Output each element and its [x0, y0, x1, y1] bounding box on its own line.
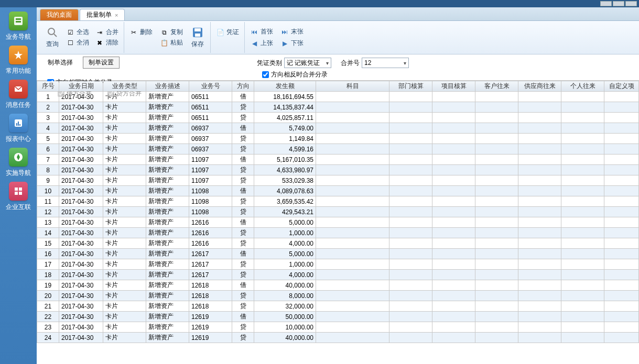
cell-amt[interactable]: 4,000.00	[254, 238, 316, 249]
cell-amt[interactable]: 5,749.00	[254, 123, 316, 134]
cell-seq[interactable]: 3	[37, 113, 59, 123]
col-header-custom[interactable]: 自定义项	[604, 81, 639, 92]
cell-seq[interactable]: 22	[37, 312, 59, 322]
table-row[interactable]: 62017-04-30卡片新增资产06937贷4,599.16	[37, 144, 639, 155]
cell-proj[interactable]	[432, 165, 475, 175]
cell-seq[interactable]: 10	[37, 186, 59, 196]
cell-date[interactable]: 2017-04-30	[59, 280, 103, 291]
clear-button[interactable]: ✖ 清除	[93, 38, 121, 48]
cell-date[interactable]: 2017-04-30	[59, 217, 103, 228]
cell-date[interactable]: 2017-04-30	[59, 249, 103, 259]
cell-supp[interactable]	[518, 259, 561, 270]
cell-proj[interactable]	[432, 186, 475, 196]
cell-type[interactable]: 卡片	[103, 301, 146, 312]
cell-desc[interactable]: 新增资产	[146, 155, 189, 165]
col-header-desc[interactable]: 业务描述	[146, 81, 189, 92]
cell-dept[interactable]	[389, 165, 432, 175]
cell-person[interactable]	[561, 144, 604, 155]
cell-proj[interactable]	[432, 312, 475, 322]
cell-dept[interactable]	[389, 291, 432, 301]
cell-person[interactable]	[561, 280, 604, 291]
merge-no-combo[interactable]: 12	[362, 58, 409, 68]
cell-amt[interactable]: 10,000.00	[254, 322, 316, 333]
cell-proj[interactable]	[432, 249, 475, 259]
cell-desc[interactable]: 新增资产	[146, 270, 189, 280]
voucher-type-combo[interactable]: 记 记账凭证	[284, 58, 331, 68]
window-close-button[interactable]	[625, 1, 637, 6]
col-header-proj[interactable]: 项目核算	[432, 81, 475, 92]
cell-dept[interactable]	[389, 312, 432, 322]
cell-amt[interactable]: 40,000.00	[254, 333, 316, 343]
cell-person[interactable]	[561, 102, 604, 113]
cell-custom[interactable]	[604, 144, 639, 155]
cell-seq[interactable]: 5	[37, 134, 59, 144]
cell-seq[interactable]: 23	[37, 322, 59, 333]
cell-subject[interactable]	[316, 249, 389, 259]
cell-proj[interactable]	[432, 207, 475, 217]
cell-supp[interactable]	[518, 270, 561, 280]
query-button[interactable]: 查询	[43, 25, 62, 50]
cell-custom[interactable]	[604, 228, 639, 238]
cell-seq[interactable]: 15	[37, 238, 59, 249]
cell-date[interactable]: 2017-04-30	[59, 144, 103, 155]
cell-supp[interactable]	[518, 196, 561, 207]
cell-cust[interactable]	[475, 280, 518, 291]
cell-num[interactable]: 11098	[189, 196, 232, 207]
cell-subject[interactable]	[316, 113, 389, 123]
cell-date[interactable]: 2017-04-30	[59, 186, 103, 196]
cell-custom[interactable]	[604, 196, 639, 207]
cell-person[interactable]	[561, 301, 604, 312]
cell-dept[interactable]	[389, 144, 432, 155]
cell-num[interactable]: 12616	[189, 217, 232, 228]
cell-date[interactable]: 2017-04-30	[59, 165, 103, 175]
last-page-button[interactable]: ⏭ 末张	[278, 27, 306, 37]
cell-dept[interactable]	[389, 175, 432, 186]
cell-amt[interactable]: 4,000.00	[254, 270, 316, 280]
cell-subject[interactable]	[316, 301, 389, 312]
cell-cust[interactable]	[475, 322, 518, 333]
table-row[interactable]: 232017-04-30卡片新增资产12619贷10,000.00	[37, 322, 639, 333]
cell-supp[interactable]	[518, 155, 561, 165]
cell-cust[interactable]	[475, 228, 518, 238]
cell-custom[interactable]	[604, 123, 639, 134]
cell-desc[interactable]: 新增资产	[146, 312, 189, 322]
cell-date[interactable]: 2017-04-30	[59, 259, 103, 270]
cell-seq[interactable]: 6	[37, 144, 59, 155]
cell-amt[interactable]: 32,000.00	[254, 301, 316, 312]
cell-num[interactable]: 11098	[189, 207, 232, 217]
cell-person[interactable]	[561, 238, 604, 249]
col-header-date[interactable]: 业务日期	[59, 81, 103, 92]
cell-desc[interactable]: 新增资产	[146, 123, 189, 134]
col-header-cust[interactable]: 客户往来	[475, 81, 518, 92]
table-row[interactable]: 82017-04-30卡片新增资产11097贷4,633,980.97	[37, 165, 639, 175]
cell-dept[interactable]	[389, 207, 432, 217]
cell-cust[interactable]	[475, 134, 518, 144]
cell-dir[interactable]: 贷	[232, 134, 254, 144]
cell-dept[interactable]	[389, 196, 432, 207]
cell-dir[interactable]: 贷	[232, 175, 254, 186]
cell-num[interactable]: 12618	[189, 280, 232, 291]
cell-supp[interactable]	[518, 102, 561, 113]
cell-amt[interactable]: 429,543.21	[254, 207, 316, 217]
cell-seq[interactable]: 21	[37, 301, 59, 312]
cell-cust[interactable]	[475, 259, 518, 270]
cell-subject[interactable]	[316, 217, 389, 228]
table-row[interactable]: 162017-04-30卡片新增资产12617借5,000.00	[37, 249, 639, 259]
table-row[interactable]: 102017-04-30卡片新增资产11098借4,089,078.63	[37, 186, 639, 196]
cell-desc[interactable]: 新增资产	[146, 249, 189, 259]
cell-amt[interactable]: 1,000.00	[254, 228, 316, 238]
cell-type[interactable]: 卡片	[103, 196, 146, 207]
cell-subject[interactable]	[316, 165, 389, 175]
cell-custom[interactable]	[604, 333, 639, 343]
cell-proj[interactable]	[432, 134, 475, 144]
cell-num[interactable]: 11098	[189, 186, 232, 196]
cell-type[interactable]: 卡片	[103, 249, 146, 259]
cell-seq[interactable]: 18	[37, 270, 59, 280]
col-header-subject[interactable]: 科目	[316, 81, 389, 92]
cell-proj[interactable]	[432, 113, 475, 123]
cell-dept[interactable]	[389, 123, 432, 134]
cell-supp[interactable]	[518, 186, 561, 196]
cell-custom[interactable]	[604, 134, 639, 144]
cell-seq[interactable]: 12	[37, 207, 59, 217]
cell-dir[interactable]: 借	[232, 123, 254, 134]
